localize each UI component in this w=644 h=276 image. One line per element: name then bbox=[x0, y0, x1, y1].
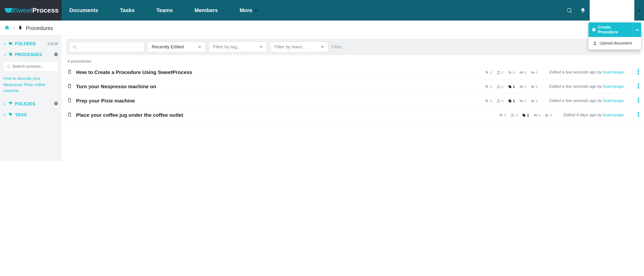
procedure-stats: 0 0 1 0 0 bbox=[485, 99, 538, 103]
stat-copies[interactable]: 1 bbox=[508, 85, 515, 89]
stat-tags[interactable]: 0 bbox=[499, 113, 506, 117]
stat-folders[interactable]: 0 bbox=[531, 99, 538, 103]
edited-user-link[interactable]: lisamnyaga bbox=[603, 84, 624, 89]
profile-slot[interactable] bbox=[590, 0, 634, 21]
filter-truncated[interactable]: Filter... bbox=[332, 44, 353, 50]
create-procedure-button[interactable]: Create Procedure bbox=[588, 23, 641, 37]
procedure-title[interactable]: How to Create a Procedure Using SweetPro… bbox=[76, 69, 480, 75]
edited-label: Edited a few seconds ago by lisamnyaga bbox=[549, 70, 624, 75]
procedure-row: Turn your Nespresso machine on 0 0 1 0 0… bbox=[66, 80, 644, 94]
document-icon bbox=[67, 98, 72, 104]
stat-folders[interactable]: 0 bbox=[531, 85, 538, 89]
folder-icon bbox=[545, 113, 549, 117]
procedure-title[interactable]: Place your coffee jug under the coffee o… bbox=[76, 112, 495, 118]
document-icon bbox=[67, 69, 72, 75]
sidebar-search[interactable] bbox=[4, 61, 58, 72]
procedure-list: How to Create a Procedure Using SweetPro… bbox=[66, 65, 644, 122]
nav-right bbox=[562, 0, 644, 21]
nav-documents[interactable]: Documents bbox=[69, 7, 98, 14]
chevron-down-icon bbox=[259, 45, 263, 48]
procedure-count: 4 procedures bbox=[66, 58, 644, 65]
sidebar-tags[interactable]: TAGS bbox=[4, 112, 27, 118]
folder-icon bbox=[531, 70, 535, 74]
copy-icon bbox=[8, 52, 13, 56]
procedure-row: How to Create a Procedure Using SweetPro… bbox=[66, 65, 644, 80]
tag-icon bbox=[499, 113, 503, 117]
sidebar-tags-label: TAGS bbox=[15, 112, 27, 117]
stat-members[interactable]: 0 bbox=[496, 85, 504, 89]
stat-copies[interactable]: 1 bbox=[522, 113, 529, 117]
document-icon bbox=[67, 112, 72, 118]
breadcrumb-page: Procedures bbox=[26, 25, 53, 32]
cloud-icon bbox=[519, 70, 523, 74]
filter-search[interactable] bbox=[69, 42, 144, 52]
stat-tags[interactable]: 0 bbox=[485, 85, 492, 89]
folder-icon bbox=[8, 41, 13, 46]
brand[interactable]: SweetProcess bbox=[0, 0, 62, 21]
stat-members[interactable]: 0 bbox=[510, 113, 518, 117]
sidebar-folders-view[interactable]: VIEW bbox=[47, 42, 58, 46]
nav-teams[interactable]: Teams bbox=[156, 7, 173, 14]
stat-clouds[interactable]: 0 bbox=[534, 113, 540, 117]
sidebar-search-input[interactable] bbox=[12, 64, 55, 69]
sidebar-process-link[interactable]: How to descale your Nespresso Pixie coff… bbox=[4, 75, 58, 94]
profile-caret[interactable] bbox=[634, 0, 644, 21]
chevron-down-icon bbox=[4, 53, 6, 56]
row-menu-button[interactable] bbox=[638, 98, 639, 104]
sidebar-processes[interactable]: PROCESSES bbox=[4, 52, 42, 58]
sort-select-label: Recently Edited bbox=[152, 44, 184, 50]
nav-members[interactable]: Members bbox=[194, 7, 218, 14]
stat-folders[interactable]: 0 bbox=[531, 70, 538, 74]
notifications-button[interactable] bbox=[576, 0, 590, 21]
row-menu-button[interactable] bbox=[638, 112, 639, 118]
sidebar-processes-add[interactable] bbox=[54, 52, 58, 58]
team-filter-label: Filter by team... bbox=[274, 44, 306, 50]
stat-clouds[interactable]: 0 bbox=[519, 70, 526, 74]
stat-tags[interactable]: 0 bbox=[485, 99, 492, 103]
chevron-down-icon bbox=[638, 9, 641, 12]
users-icon bbox=[496, 85, 500, 89]
sort-select[interactable]: Recently Edited bbox=[148, 42, 206, 52]
nav-more[interactable]: More bbox=[240, 7, 258, 14]
stat-members[interactable]: 0 bbox=[496, 99, 504, 103]
stat-copies[interactable]: 0 bbox=[508, 70, 515, 74]
stat-members[interactable]: 0 bbox=[496, 70, 504, 74]
edited-user-link[interactable]: lisamnyaga bbox=[603, 98, 624, 103]
brand-text: SweetProcess bbox=[14, 7, 59, 14]
sidebar-folders-row: FOLDERS VIEW bbox=[4, 41, 58, 47]
row-menu-button[interactable] bbox=[638, 83, 639, 90]
filter-bar: Recently Edited Filter by tag... Filter … bbox=[66, 39, 640, 55]
tag-filter-select[interactable]: Filter by tag... bbox=[209, 42, 267, 52]
tag-icon bbox=[485, 70, 489, 74]
nav-links: Documents Tasks Teams Members More bbox=[62, 0, 562, 21]
stat-clouds[interactable]: 0 bbox=[519, 85, 526, 89]
chevron-down-icon bbox=[198, 45, 202, 48]
procedure-title[interactable]: Turn your Nespresso machine on bbox=[76, 84, 480, 89]
nav-tasks[interactable]: Tasks bbox=[120, 7, 135, 14]
stat-folders[interactable]: 0 bbox=[545, 113, 552, 117]
kebab-icon bbox=[638, 83, 639, 89]
row-menu-button[interactable] bbox=[638, 69, 639, 75]
filter-truncated-label: Filter... bbox=[332, 44, 345, 50]
create-procedure-caret[interactable] bbox=[633, 23, 641, 37]
copy-icon bbox=[522, 113, 526, 117]
stat-copies[interactable]: 1 bbox=[508, 99, 515, 103]
copy-icon bbox=[508, 85, 512, 89]
tag-icon bbox=[485, 99, 489, 103]
procedure-title[interactable]: Prep your Pixie machine bbox=[76, 98, 480, 104]
sidebar-policies[interactable]: POLICIES bbox=[4, 101, 35, 107]
stat-tags[interactable]: 0 bbox=[485, 70, 492, 74]
upload-document-item[interactable]: Upload document bbox=[588, 37, 641, 50]
umbrella-icon bbox=[8, 101, 13, 106]
edited-label: Edited a few seconds ago by lisamnyaga bbox=[549, 98, 624, 103]
edited-user-link[interactable]: lisamnyaga bbox=[603, 113, 624, 117]
edited-user-link[interactable]: lisamnyaga bbox=[603, 70, 624, 74]
stat-clouds[interactable]: 0 bbox=[519, 99, 526, 103]
team-filter-select[interactable]: Filter by team... bbox=[270, 42, 328, 52]
filter-search-input[interactable] bbox=[78, 45, 141, 50]
search-button[interactable] bbox=[562, 0, 576, 21]
breadcrumb-home[interactable] bbox=[4, 25, 10, 32]
sidebar-policies-add[interactable] bbox=[54, 101, 58, 107]
brand-accent: Sweet bbox=[14, 7, 32, 14]
sidebar-folders[interactable]: FOLDERS bbox=[4, 41, 36, 47]
